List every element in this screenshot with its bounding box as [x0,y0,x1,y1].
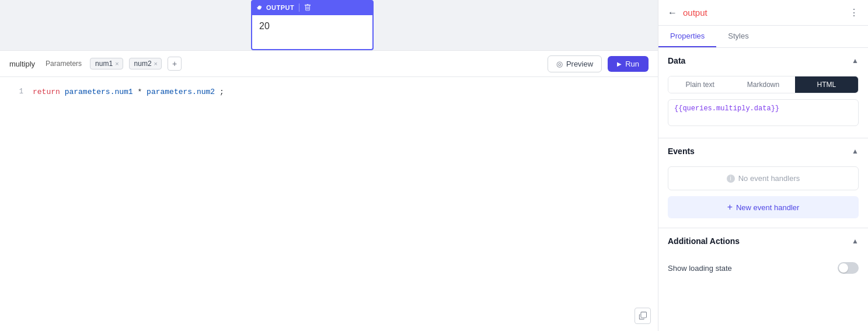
output-widget-value: 20 [251,15,374,50]
show-loading-label: Show loading state [668,264,732,273]
code-content-1: return parameters.num1 * parameters.num2… [33,86,649,99]
show-loading-toggle[interactable] [838,262,859,274]
panel-title: output [683,8,843,18]
data-chevron-icon: ▲ [852,57,859,65]
additional-actions-header[interactable]: Additional Actions ▲ [658,228,868,254]
more-options-icon[interactable]: ⋮ [849,7,859,18]
line-number-1: 1 [9,86,23,97]
tab-styles[interactable]: Styles [716,26,760,47]
tab-properties[interactable]: Properties [658,26,716,47]
code-line-1: 1 return parameters.num1 * parameters.nu… [0,86,658,99]
gear-icon [256,4,263,11]
events-section-body: i No event handlers + New event handler [658,164,868,228]
events-section-title: Events [668,147,695,156]
parameters-label: Parameters [46,60,82,68]
run-button[interactable]: ▶ Run [608,56,649,72]
new-event-label: New event handler [736,203,799,212]
trash-icon[interactable] [304,4,311,11]
copy-button[interactable] [635,308,651,324]
additional-chevron-icon: ▲ [852,237,859,245]
show-loading-row: Show loading state [658,254,868,282]
no-events-label: No event handlers [738,174,800,183]
additional-actions-title: Additional Actions [668,236,740,246]
toolbar: multiply Parameters num1 × num2 × + ◎ Pr… [0,50,658,77]
code-operator: * [137,88,147,96]
remove-param-num2[interactable]: × [154,61,158,67]
data-section: Data ▲ Plain text Markdown HTML {{querie… [658,48,868,138]
code-editor[interactable]: 1 return parameters.num1 * parameters.nu… [0,77,658,331]
format-tab-plaintext[interactable]: Plain text [668,76,731,93]
events-chevron-icon: ▲ [852,147,859,155]
output-widget-header: OUTPUT [251,0,374,15]
keyword-return: return [33,88,60,96]
panel-content: Data ▲ Plain text Markdown HTML {{querie… [658,48,868,331]
info-circle-icon: i [727,175,735,183]
back-arrow-icon[interactable]: ← [668,8,677,18]
right-panel: ← output ⋮ Properties Styles Data ▲ Plai… [658,0,868,331]
new-event-button[interactable]: + New event handler [668,196,859,218]
play-icon: ▶ [617,61,622,67]
plus-icon: + [727,202,733,212]
format-tabs: Plain text Markdown HTML [668,76,859,93]
output-widget: OUTPUT 20 [251,0,374,50]
data-section-header[interactable]: Data ▲ [658,48,868,74]
code-semicolon: ; [219,88,224,96]
no-events-box: i No event handlers [668,166,859,190]
data-section-title: Data [668,56,685,65]
run-label: Run [625,60,639,68]
header-divider [299,4,299,12]
format-tab-html[interactable]: HTML [795,76,858,93]
panel-tabs: Properties Styles [658,26,868,48]
code-params2: parameters.num2 [147,88,215,96]
param-label-num2: num2 [134,60,152,68]
toggle-knob [839,263,848,273]
param-tag-num2[interactable]: num2 × [129,58,162,69]
add-param-button[interactable]: + [168,57,182,71]
code-params: parameters.num1 [65,88,133,96]
remove-param-num1[interactable]: × [115,61,118,67]
format-tab-markdown[interactable]: Markdown [731,76,794,93]
data-section-body: Plain text Markdown HTML {{queries.multi… [658,74,868,138]
preview-label: Preview [566,60,593,68]
events-section-header[interactable]: Events ▲ [658,138,868,164]
panel-header: ← output ⋮ [658,0,868,26]
eye-icon: ◎ [556,60,563,68]
param-label-num1: num1 [95,60,113,68]
copy-icon [639,312,647,320]
data-value-input[interactable]: {{queries.multiply.data}} [668,99,859,126]
main-area: OUTPUT 20 multiply Parameters num1 × num… [0,0,658,331]
query-name-label: multiply [9,60,35,68]
output-widget-label: OUTPUT [266,4,294,11]
events-section: Events ▲ i No event handlers + New event… [658,138,868,228]
param-tag-num1[interactable]: num1 × [90,58,123,69]
additional-actions-section: Additional Actions ▲ Show loading state [658,228,868,282]
preview-button[interactable]: ◎ Preview [548,55,602,72]
